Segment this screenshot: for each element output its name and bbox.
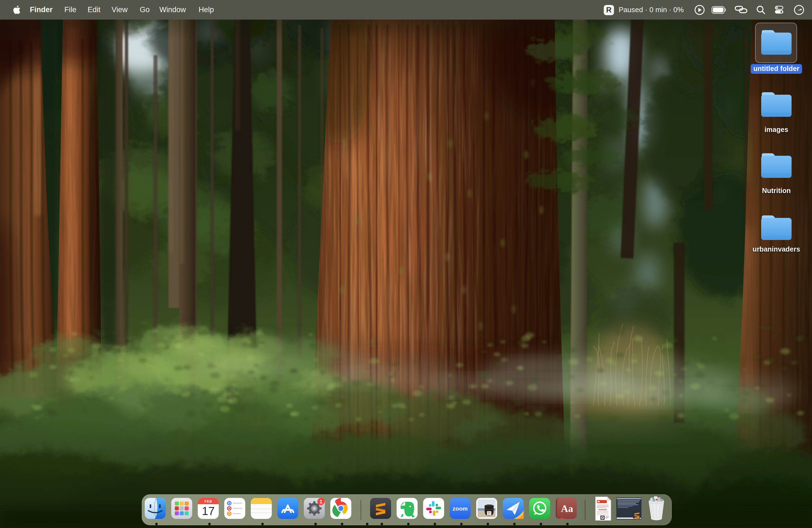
svg-text:1: 1: [320, 499, 322, 504]
svg-text:FEB: FEB: [204, 500, 212, 503]
svg-text:Aa: Aa: [561, 503, 573, 514]
svg-text:17: 17: [202, 504, 215, 517]
svg-text:zoom: zoom: [453, 505, 468, 512]
